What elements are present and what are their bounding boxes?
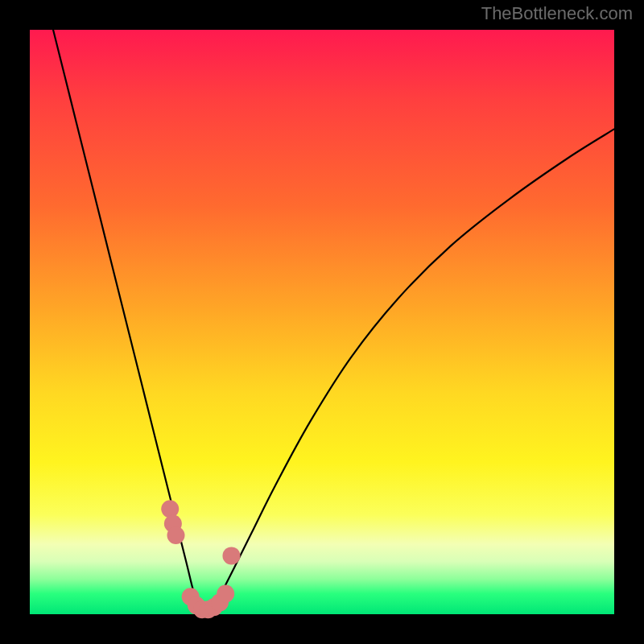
plot-area: [30, 30, 614, 614]
highlight-markers: [161, 500, 240, 618]
watermark-text: TheBottleneck.com: [481, 3, 633, 24]
marker-point: [222, 547, 240, 564]
marker-point: [217, 585, 234, 603]
marker-point: [167, 526, 185, 544]
chart-svg: [30, 30, 614, 614]
chart-frame: TheBottleneck.com: [0, 0, 644, 644]
bottleneck-curve: [53, 30, 614, 612]
marker-point: [161, 500, 179, 518]
